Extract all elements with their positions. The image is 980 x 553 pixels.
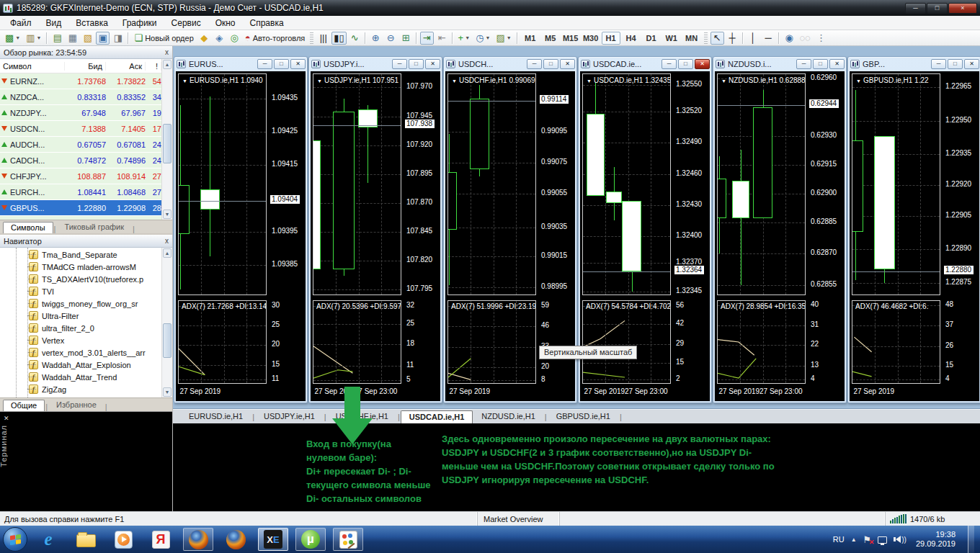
navigator-item-8[interactable]: fvertex_mod_3.01_alerts__arr [0, 346, 161, 359]
column-header-3[interactable]: ! [146, 62, 161, 71]
mql-community-button[interactable]: ◈ [213, 32, 226, 45]
chart-window-titlebar[interactable]: USDJPY.i...─□✕ [309, 57, 442, 71]
chart-tab-gbpusd[interactable]: GBPUSD.ie,H1 [548, 410, 619, 423]
price-plot[interactable]: ▼USDCAD.ie,H1 1.32435 1.3 [582, 73, 671, 295]
tray-clock[interactable]: 19:38 29.09.2019 [916, 530, 956, 549]
language-indicator[interactable]: RU [833, 535, 845, 544]
minimize-button[interactable]: ─ [905, 3, 926, 14]
zoom-in-button[interactable]: ⊕ [369, 32, 383, 45]
scroll-down-icon[interactable]: ▼ [163, 387, 172, 397]
navigator-item-0[interactable]: fTma_Band_Separate [0, 248, 161, 261]
strategy-tester-button[interactable]: ◨ [111, 32, 125, 45]
adx-plot[interactable]: ADX(7) 54.5784 +DI:4.7028 -DI [582, 300, 671, 384]
menu-item-3[interactable]: Графики [115, 17, 164, 30]
chart-close-button[interactable]: ✕ [829, 59, 845, 69]
chart-restore-button[interactable]: □ [948, 59, 963, 69]
indicators-button[interactable]: +▼ [456, 32, 473, 45]
scroll-down-icon[interactable]: ▼ [163, 210, 172, 219]
chart-minimize-button[interactable]: ─ [931, 59, 946, 69]
timeframe-button-m1[interactable]: M1 [521, 32, 540, 45]
chart-restore-button[interactable]: □ [543, 59, 558, 69]
navigator-tab-0[interactable]: Общие [3, 400, 45, 411]
close-button[interactable]: × [948, 3, 977, 14]
timeframe-button-h1[interactable]: H1 [602, 32, 620, 45]
chart-window-titlebar[interactable]: USDCH...─□✕ [444, 57, 576, 71]
chart-close-button[interactable]: ✕ [695, 59, 710, 69]
menu-item-5[interactable]: Окно [208, 17, 243, 30]
chart-close-button[interactable]: ✕ [290, 59, 306, 69]
timeframe-button-mn[interactable]: MN [682, 32, 701, 45]
periods-button[interactable]: ◷▼ [473, 32, 492, 45]
navigator-item-1[interactable]: fTMAdCG mladen-arrowsM [0, 261, 161, 273]
timeframe-button-d1[interactable]: D1 [642, 32, 661, 45]
navigator-item-3[interactable]: fTVI [0, 285, 161, 297]
adx-plot[interactable]: ADX(7) 46.4682 +DI:6. [852, 300, 940, 384]
market-watch-scrollbar[interactable]: ▲ ▼ [161, 59, 172, 220]
scrollbar-thumb[interactable] [163, 323, 172, 358]
chart-line-button[interactable]: ∿ [348, 32, 362, 45]
menu-item-0[interactable]: Файл [3, 17, 39, 30]
window-titlebar[interactable]: 185289: GKFXInternet-Demo (ECN, STP) Rus… [0, 0, 980, 16]
column-header-0[interactable]: Символ [0, 62, 65, 71]
market-watch-header[interactable]: Обзор рынка: 23:54:59 x [0, 46, 172, 59]
timeframe-button-h4[interactable]: H4 [622, 32, 641, 45]
chart-window-titlebar[interactable]: NZDUSD.i...─□✕ [713, 57, 846, 71]
price-plot[interactable]: ▼NZDUSD.ie,H1 0.62888 0.6 [717, 73, 806, 295]
adx-plot[interactable]: ADX(7) 28.9854 +DI:16.3512 [717, 300, 806, 384]
taskbar-app-utorrent[interactable]: µ [295, 528, 326, 551]
navigator-header[interactable]: Навигатор x [0, 235, 172, 248]
symbol-row-CADCH[interactable]: CADCH...0.748720.7489624 [0, 153, 161, 168]
chart-restore-button[interactable]: □ [813, 59, 828, 69]
crosshair-button[interactable]: ┼ [726, 32, 739, 45]
terminal-button[interactable]: ▣ [96, 32, 110, 45]
timeframe-button-w1[interactable]: W1 [662, 32, 681, 45]
navigator-item-7[interactable]: fVertex [0, 334, 161, 346]
chart-bars-button[interactable]: ||| [316, 32, 330, 45]
autotrade-button[interactable]: ◓Авто-торговля [243, 32, 308, 45]
navigator-item-6[interactable]: fultra_filter_2_0 [0, 322, 161, 334]
menu-item-2[interactable]: Вставка [68, 17, 115, 30]
taskbar-app-metatrader[interactable]: XE [258, 528, 288, 551]
tray-expand-icon[interactable]: ▲ [851, 536, 857, 543]
column-header-2[interactable]: Аск [106, 62, 146, 71]
chart-restore-button[interactable]: □ [409, 59, 424, 69]
scroll-up-icon[interactable]: ▲ [163, 248, 172, 258]
symbol-row-NZDCA[interactable]: NZDCA...0.833180.8335234 [0, 89, 161, 104]
chart-shift-button[interactable]: ⇤ [435, 32, 449, 45]
symbol-row-CHFJPY[interactable]: CHFJPY...108.887108.91427 [0, 168, 161, 184]
new-order-button[interactable]: ❏Новый ордер [132, 32, 195, 45]
vline-button[interactable]: │ [747, 32, 760, 45]
network-icon[interactable] [878, 536, 887, 544]
taskbar-app-windows-explorer[interactable] [71, 528, 101, 551]
symbol-row-EURCH[interactable]: EURCH...1.084411.0846827 [0, 184, 161, 199]
chart-tab-eurusd[interactable]: EURUSD.ie,H1 [180, 410, 251, 423]
timeframe-button-m30[interactable]: M30 [582, 32, 600, 45]
menu-item-1[interactable]: Вид [39, 17, 69, 30]
chart-tab-usdcad[interactable]: USDCAD.ie,H1 [401, 410, 473, 423]
chart-minimize-button[interactable]: ─ [257, 59, 272, 69]
symbol-row-EURNZ[interactable]: EURNZ...1.737681.7382254 [0, 73, 161, 89]
navigator-item-9[interactable]: fWaddah_Attar_Explosion [0, 359, 161, 371]
chart-window-titlebar[interactable]: USDCAD.ie...─□✕ [579, 57, 711, 71]
taskbar-app-paint[interactable] [333, 528, 363, 551]
price-plot[interactable]: ▼EURUSD.ie,H1 1.0940 [178, 73, 267, 295]
scrollbar-thumb[interactable] [163, 124, 172, 163]
chart-minimize-button[interactable]: ─ [662, 59, 677, 69]
zoom-out-button[interactable]: ⊖ [384, 32, 398, 45]
chart-restore-button[interactable]: □ [274, 59, 289, 69]
chart-close-button[interactable]: ✕ [425, 59, 440, 69]
chart-candles-button[interactable]: ▮▯ [331, 32, 346, 45]
show-desktop-button[interactable] [968, 526, 974, 553]
signals-button[interactable]: ◎ [228, 32, 241, 45]
symbol-row-USDCN[interactable]: USDCN...7.13887.140517 [0, 121, 161, 136]
timeframe-button-m5[interactable]: M5 [541, 32, 560, 45]
templates-button[interactable]: ▨▼ [494, 32, 513, 45]
taskbar-app-yandex-browser[interactable]: Я [146, 528, 176, 551]
menu-item-4[interactable]: Сервис [164, 17, 208, 30]
symbol-row-GBPUS[interactable]: GBPUS...1.228801.2290828 [0, 200, 161, 215]
navigator-tab-1[interactable]: Избранное [48, 399, 104, 411]
chart-window-titlebar[interactable]: EURUS...─□✕ [174, 57, 307, 71]
dropdown-triangle-icon[interactable]: ▼ [182, 78, 187, 84]
dropdown-triangle-icon[interactable]: ▼ [721, 78, 726, 84]
adx-plot[interactable]: ADX(7) 20.5396 +DI:9.5975 [313, 300, 401, 384]
